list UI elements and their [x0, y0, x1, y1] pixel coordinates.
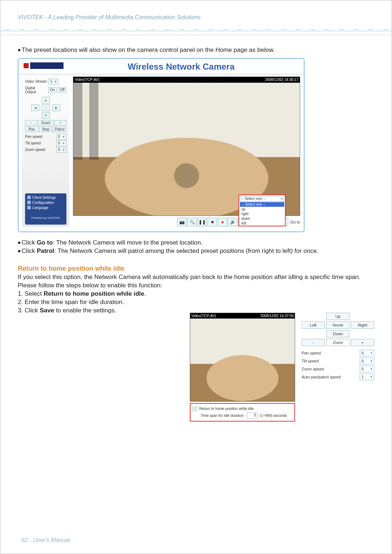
intro-bullet: The preset locations will also show on t…	[18, 46, 374, 54]
record-icon[interactable]: ●	[218, 218, 227, 226]
tilt-speed-label: Tilt speed	[25, 141, 41, 145]
snapshot-icon[interactable]: 📷	[177, 218, 187, 226]
menu-configuration[interactable]: Configuration	[27, 201, 64, 205]
zoom-label: Zoom	[38, 120, 54, 126]
zoom-icon[interactable]: 🔍	[187, 218, 197, 226]
goto-select-open[interactable]: -- Select one --▾ -- Select one -- up ri…	[238, 194, 286, 226]
language-icon	[27, 206, 31, 209]
idle-duration-input[interactable]: 5	[247, 413, 258, 419]
ptz2-zoom-speed-label: Zoom speed	[302, 367, 324, 371]
ptz-control-panel-2: Up Left Home Right Down - Zoom + Pan spe…	[302, 313, 374, 422]
goto-option[interactable]: up	[240, 207, 284, 212]
ptz2-pan-speed-label: Pan speed	[302, 351, 321, 355]
video-stream-select[interactable]: 1▾	[48, 79, 58, 85]
ptz2-zoom-out[interactable]: -	[302, 339, 325, 346]
vivotek-logo	[24, 62, 64, 71]
powered-by-label: Powered by VIVOTEK	[27, 216, 64, 219]
digital-output-label: Digital Output	[25, 86, 47, 94]
stop-icon[interactable]: ■	[208, 218, 217, 226]
page-header-tagline: VIVOTEK - A Leading Provider of Multimed…	[18, 14, 374, 21]
tilt-speed-select[interactable]: 0▾	[56, 140, 66, 146]
video2-timestamp: 2008/12/02 14:37:00	[260, 314, 294, 318]
ptz2-tilt-speed-select[interactable]: 0▾	[360, 358, 374, 364]
ptz2-zoom-label: Zoom	[326, 339, 350, 346]
dpad-down[interactable]: ▼	[42, 112, 50, 119]
left-sidebar: Video Stream 1▾ Digital Output On Off ▲ …	[22, 77, 69, 227]
pan-button[interactable]: Pan	[25, 127, 38, 132]
goto-option[interactable]: left	[240, 221, 284, 226]
menu-language[interactable]: Language	[27, 206, 64, 210]
step-2: 2. Enter the time span for idle duration…	[18, 298, 374, 307]
camera-title: Wireless Network Camera	[64, 62, 299, 72]
section-desc: If you select this option, the Network C…	[18, 273, 374, 282]
ptz2-auto-speed-label: Auto pan/patrol speed	[302, 375, 341, 379]
ptz2-home[interactable]: Home	[326, 321, 350, 329]
goto-option[interactable]: -- Select one --	[240, 202, 284, 207]
screenshot-home-page: Wireless Network Camera Video Stream 1▾ …	[18, 58, 305, 232]
patrol-bullet: Click Patrol: The Network Camera will pa…	[18, 247, 374, 255]
ptz2-zoom-speed-select[interactable]: 0▾	[360, 366, 374, 372]
ptz-dpad: ▲ ◀ ⌂ ▶ ▼	[31, 97, 60, 119]
goto-label: Go to	[290, 220, 300, 224]
menu-client-settings[interactable]: Client Settings	[27, 196, 64, 200]
zoom-out-button[interactable]: −	[25, 120, 37, 126]
ptz2-up[interactable]: Up	[326, 313, 350, 320]
pause-icon[interactable]: ❚❚	[197, 218, 207, 226]
stop-button[interactable]: Stop	[39, 127, 53, 132]
idle-duration-hint: (1~999) seconds	[260, 414, 287, 418]
video-timestamp: 2008/12/02 14:30:17	[265, 78, 298, 82]
pan-speed-select[interactable]: 0▾	[56, 134, 66, 140]
video2-image	[190, 319, 295, 401]
page-footer: 62 - User's Manual	[21, 537, 70, 543]
ptz2-right[interactable]: Right	[351, 321, 374, 329]
pan-speed-label: Pan speed	[25, 135, 42, 139]
zoom-speed-label: Zoom speed	[25, 148, 45, 152]
dpad-left[interactable]: ◀	[31, 104, 39, 111]
volume-up-icon[interactable]: 🔊	[228, 218, 237, 226]
section-steps-intro: Please follow the steps below to enable …	[18, 282, 374, 290]
ptz2-down[interactable]: Down	[326, 330, 350, 337]
idle-setting-highlight: ✓ Return to home position while idle Tim…	[190, 403, 295, 422]
return-home-checkbox[interactable]: ✓	[193, 407, 197, 411]
dpad-right[interactable]: ▶	[52, 104, 60, 111]
video-codec-label: Video(TCP-AV)	[75, 78, 99, 82]
goto-option[interactable]: right	[240, 212, 284, 216]
gear-icon	[27, 196, 31, 199]
zoom-in-button[interactable]: +	[54, 120, 66, 126]
screenshot-idle-setting: Video(TCP-AV) 2008/12/02 14:37:00 ✓ Retu…	[190, 313, 295, 422]
return-home-label: Return to home position while idle	[199, 407, 254, 411]
header-divider	[0, 24, 392, 35]
goto-option[interactable]: down	[240, 216, 284, 221]
step-1: 1. Select Return to home position while …	[18, 290, 374, 298]
digital-output-on-button[interactable]: On	[48, 87, 57, 93]
section-heading: Return to home position while idle	[18, 265, 374, 272]
video2-codec-label: Video(TCP-AV)	[191, 314, 216, 318]
ptz2-auto-speed-select[interactable]: 1▾	[360, 374, 374, 380]
patrol-button[interactable]: Patrol	[53, 127, 66, 132]
digital-output-off-button[interactable]: Off	[58, 87, 66, 93]
ptz2-pan-speed-select[interactable]: 0▾	[360, 350, 374, 356]
ptz2-left[interactable]: Left	[302, 321, 325, 329]
idle-duration-label: Time span for idle duration:	[201, 414, 245, 418]
ptz2-zoom-in[interactable]: +	[351, 339, 374, 346]
sidebar-menu: Client Settings Configuration Language P…	[25, 193, 66, 225]
dpad-home[interactable]: ⌂	[42, 104, 50, 111]
dpad-up[interactable]: ▲	[42, 97, 50, 103]
goto-bullet: Click Go to: The Network Camera will mov…	[18, 239, 374, 247]
video-stream-label: Video Stream	[25, 79, 47, 83]
wrench-icon	[27, 201, 31, 204]
zoom-speed-select[interactable]: 0▾	[56, 147, 66, 153]
ptz2-tilt-speed-label: Tilt speed	[302, 359, 319, 363]
